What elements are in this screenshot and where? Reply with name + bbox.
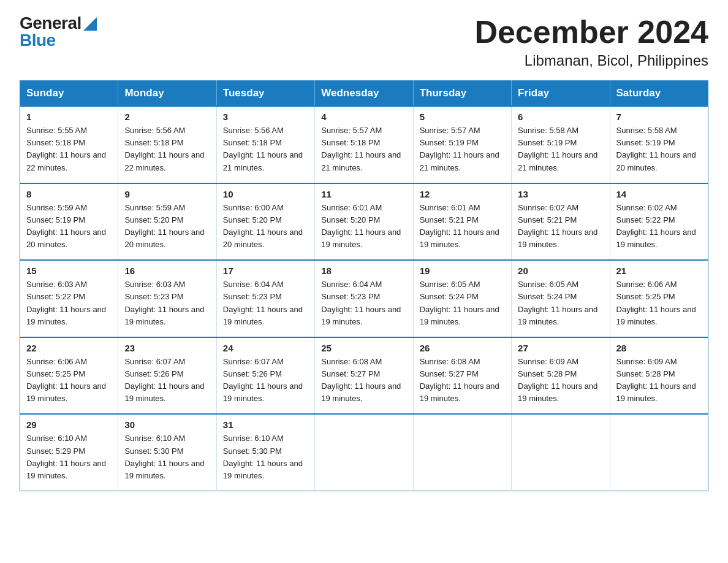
- calendar-cell: 18Sunrise: 6:04 AMSunset: 5:23 PMDayligh…: [315, 260, 413, 337]
- calendar-week-4: 22Sunrise: 6:06 AMSunset: 5:25 PMDayligh…: [20, 337, 708, 415]
- day-number: 19: [420, 266, 505, 276]
- calendar-cell: 31Sunrise: 6:10 AMSunset: 5:30 PMDayligh…: [216, 414, 314, 491]
- day-number: 14: [616, 189, 702, 199]
- day-info: Sunrise: 6:04 AMSunset: 5:23 PMDaylight:…: [223, 278, 308, 328]
- calendar-cell: 12Sunrise: 6:01 AMSunset: 5:21 PMDayligh…: [413, 183, 511, 261]
- svg-marker-0: [83, 17, 97, 31]
- calendar-week-5: 29Sunrise: 6:10 AMSunset: 5:29 PMDayligh…: [20, 414, 708, 491]
- logo-blue: Blue: [20, 32, 56, 49]
- calendar-cell: 26Sunrise: 6:08 AMSunset: 5:27 PMDayligh…: [413, 337, 511, 415]
- day-info: Sunrise: 6:00 AMSunset: 5:20 PMDaylight:…: [223, 202, 308, 251]
- weekday-header-thursday: Thursday: [413, 81, 511, 107]
- calendar-cell: 2Sunrise: 5:56 AMSunset: 5:18 PMDaylight…: [118, 106, 216, 183]
- day-number: 7: [616, 112, 702, 122]
- calendar-cell: 19Sunrise: 6:05 AMSunset: 5:24 PMDayligh…: [413, 260, 511, 337]
- day-number: 10: [223, 189, 308, 199]
- calendar-cell: 16Sunrise: 6:03 AMSunset: 5:23 PMDayligh…: [118, 260, 216, 337]
- calendar-cell: [315, 414, 413, 491]
- day-info: Sunrise: 6:06 AMSunset: 5:25 PMDaylight:…: [616, 278, 702, 328]
- day-number: 11: [321, 189, 406, 199]
- day-number: 8: [26, 189, 112, 199]
- day-info: Sunrise: 6:02 AMSunset: 5:22 PMDaylight:…: [616, 202, 702, 251]
- weekday-header-sunday: Sunday: [20, 81, 118, 107]
- calendar-header-row: SundayMondayTuesdayWednesdayThursdayFrid…: [20, 81, 708, 107]
- calendar-cell: [512, 414, 610, 491]
- day-info: Sunrise: 6:09 AMSunset: 5:28 PMDaylight:…: [518, 356, 603, 405]
- day-info: Sunrise: 5:55 AMSunset: 5:18 PMDaylight:…: [26, 124, 112, 174]
- calendar-cell: 5Sunrise: 5:57 AMSunset: 5:19 PMDaylight…: [413, 106, 511, 183]
- day-info: Sunrise: 6:06 AMSunset: 5:25 PMDaylight:…: [26, 356, 112, 405]
- day-number: 18: [321, 266, 406, 276]
- calendar-cell: 25Sunrise: 6:08 AMSunset: 5:27 PMDayligh…: [315, 337, 413, 415]
- day-info: Sunrise: 5:57 AMSunset: 5:19 PMDaylight:…: [420, 124, 505, 174]
- day-number: 31: [223, 419, 308, 430]
- day-info: Sunrise: 6:03 AMSunset: 5:23 PMDaylight:…: [124, 278, 210, 328]
- day-number: 25: [321, 343, 406, 353]
- day-info: Sunrise: 6:08 AMSunset: 5:27 PMDaylight:…: [321, 356, 406, 405]
- day-number: 27: [518, 343, 603, 353]
- calendar-cell: 4Sunrise: 5:57 AMSunset: 5:18 PMDaylight…: [315, 106, 413, 183]
- logo-general: General: [20, 15, 82, 32]
- day-number: 29: [26, 419, 112, 430]
- calendar-cell: 13Sunrise: 6:02 AMSunset: 5:21 PMDayligh…: [512, 183, 610, 261]
- day-number: 9: [124, 189, 210, 199]
- day-number: 28: [616, 343, 702, 353]
- day-number: 12: [420, 189, 505, 199]
- calendar-cell: 17Sunrise: 6:04 AMSunset: 5:23 PMDayligh…: [216, 260, 314, 337]
- day-number: 16: [124, 266, 210, 276]
- logo-triangle-icon: [83, 17, 97, 31]
- day-info: Sunrise: 6:10 AMSunset: 5:30 PMDaylight:…: [124, 432, 210, 482]
- calendar-cell: 27Sunrise: 6:09 AMSunset: 5:28 PMDayligh…: [512, 337, 610, 415]
- calendar-cell: 28Sunrise: 6:09 AMSunset: 5:28 PMDayligh…: [610, 337, 708, 415]
- day-info: Sunrise: 6:01 AMSunset: 5:20 PMDaylight:…: [321, 202, 406, 251]
- day-number: 26: [420, 343, 505, 353]
- calendar-cell: 9Sunrise: 5:59 AMSunset: 5:20 PMDaylight…: [118, 183, 216, 261]
- page-header: General Blue December 2024 Libmanan, Bic…: [20, 15, 708, 69]
- day-info: Sunrise: 5:58 AMSunset: 5:19 PMDaylight:…: [616, 124, 702, 174]
- calendar-cell: 23Sunrise: 6:07 AMSunset: 5:26 PMDayligh…: [118, 337, 216, 415]
- day-number: 13: [518, 189, 603, 199]
- calendar-week-1: 1Sunrise: 5:55 AMSunset: 5:18 PMDaylight…: [20, 106, 708, 183]
- day-number: 21: [616, 266, 702, 276]
- day-number: 15: [26, 266, 112, 276]
- day-number: 24: [223, 343, 308, 353]
- calendar-cell: 1Sunrise: 5:55 AMSunset: 5:18 PMDaylight…: [20, 106, 118, 183]
- day-info: Sunrise: 6:07 AMSunset: 5:26 PMDaylight:…: [223, 356, 308, 405]
- weekday-header-tuesday: Tuesday: [216, 81, 314, 107]
- day-info: Sunrise: 6:10 AMSunset: 5:29 PMDaylight:…: [26, 432, 112, 482]
- day-info: Sunrise: 5:59 AMSunset: 5:20 PMDaylight:…: [124, 202, 210, 251]
- day-info: Sunrise: 6:05 AMSunset: 5:24 PMDaylight:…: [420, 278, 505, 328]
- day-info: Sunrise: 6:07 AMSunset: 5:26 PMDaylight:…: [124, 356, 210, 405]
- page-subtitle: Libmanan, Bicol, Philippines: [474, 52, 708, 69]
- calendar-cell: 3Sunrise: 5:56 AMSunset: 5:18 PMDaylight…: [216, 106, 314, 183]
- day-number: 30: [124, 419, 210, 430]
- calendar-cell: [413, 414, 511, 491]
- day-info: Sunrise: 6:02 AMSunset: 5:21 PMDaylight:…: [518, 202, 603, 251]
- day-number: 1: [26, 112, 112, 122]
- calendar-cell: 22Sunrise: 6:06 AMSunset: 5:25 PMDayligh…: [20, 337, 118, 415]
- day-number: 22: [26, 343, 112, 353]
- day-info: Sunrise: 6:05 AMSunset: 5:24 PMDaylight:…: [518, 278, 603, 328]
- day-info: Sunrise: 5:56 AMSunset: 5:18 PMDaylight:…: [223, 124, 308, 174]
- calendar-cell: 6Sunrise: 5:58 AMSunset: 5:19 PMDaylight…: [512, 106, 610, 183]
- calendar-cell: 29Sunrise: 6:10 AMSunset: 5:29 PMDayligh…: [20, 414, 118, 491]
- day-info: Sunrise: 5:57 AMSunset: 5:18 PMDaylight:…: [321, 124, 406, 174]
- title-block: December 2024 Libmanan, Bicol, Philippin…: [474, 15, 708, 69]
- day-info: Sunrise: 6:03 AMSunset: 5:22 PMDaylight:…: [26, 278, 112, 328]
- calendar-cell: 14Sunrise: 6:02 AMSunset: 5:22 PMDayligh…: [610, 183, 708, 261]
- day-number: 4: [321, 112, 406, 122]
- day-info: Sunrise: 6:08 AMSunset: 5:27 PMDaylight:…: [420, 356, 505, 405]
- calendar-week-3: 15Sunrise: 6:03 AMSunset: 5:22 PMDayligh…: [20, 260, 708, 337]
- day-info: Sunrise: 5:56 AMSunset: 5:18 PMDaylight:…: [124, 124, 210, 174]
- calendar-cell: 15Sunrise: 6:03 AMSunset: 5:22 PMDayligh…: [20, 260, 118, 337]
- day-info: Sunrise: 6:01 AMSunset: 5:21 PMDaylight:…: [420, 202, 505, 251]
- day-number: 3: [223, 112, 308, 122]
- calendar-cell: 8Sunrise: 5:59 AMSunset: 5:19 PMDaylight…: [20, 183, 118, 261]
- day-info: Sunrise: 5:59 AMSunset: 5:19 PMDaylight:…: [26, 202, 112, 251]
- day-info: Sunrise: 6:09 AMSunset: 5:28 PMDaylight:…: [616, 356, 702, 405]
- day-number: 2: [124, 112, 210, 122]
- day-info: Sunrise: 6:10 AMSunset: 5:30 PMDaylight:…: [223, 432, 308, 482]
- page-title: December 2024: [474, 15, 708, 50]
- day-number: 23: [124, 343, 210, 353]
- calendar-cell: [610, 414, 708, 491]
